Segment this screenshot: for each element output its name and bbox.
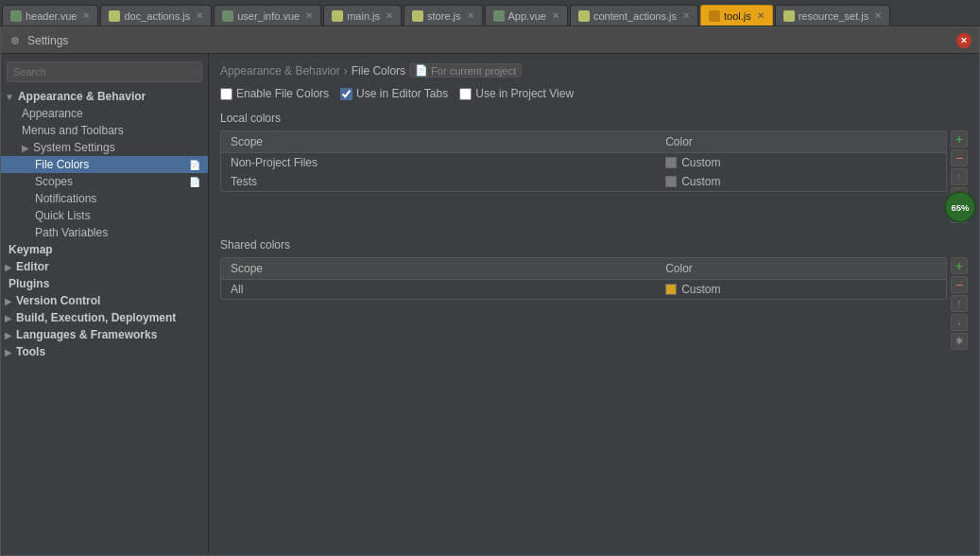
sidebar-label-appearance: Appearance (22, 107, 83, 120)
project-tag-label: For current project (431, 65, 516, 77)
options-row: Enable File Colors Use in Editor Tabs Us… (220, 87, 968, 100)
js-icon (578, 10, 590, 22)
breadcrumb: Appearance & Behavior › File Colors 📄 Fo… (220, 63, 968, 78)
tab-app-vue[interactable]: App.vue ✕ (485, 5, 568, 26)
project-tag: 📄 For current project (409, 63, 522, 78)
remove-local-color-button[interactable]: − (951, 149, 968, 166)
tab-store-js[interactable]: store.js ✕ (404, 5, 482, 26)
use-in-project-view-checkbox[interactable] (459, 88, 472, 100)
sidebar-item-appearance-behavior[interactable]: ▼ Appearance & Behavior (1, 88, 208, 105)
color-swatch-yellow (665, 284, 677, 295)
close-tab-user-info-vue[interactable]: ✕ (305, 10, 313, 21)
table-row[interactable]: All Custom (221, 280, 946, 300)
settings-icon (9, 34, 22, 47)
page-icon-scopes: 📄 (189, 177, 200, 187)
sidebar-item-scopes[interactable]: Scopes 📄 (1, 173, 208, 190)
svg-point-1 (14, 39, 17, 42)
sidebar-label-appearance-behavior: Appearance & Behavior (18, 90, 146, 103)
sidebar-item-plugins[interactable]: Plugins (1, 275, 208, 292)
sidebar-item-languages-frameworks[interactable]: ▶ Languages & Frameworks (1, 326, 208, 343)
search-input[interactable] (13, 66, 196, 78)
sidebar-item-file-colors[interactable]: File Colors 📄 (1, 156, 208, 173)
sidebar-item-version-control[interactable]: ▶ Version Control (1, 292, 208, 309)
color-cell: Custom (665, 175, 937, 188)
sidebar-item-tools[interactable]: ▶ Tools (1, 343, 208, 360)
breadcrumb-separator: › (344, 64, 348, 78)
sidebar-item-editor[interactable]: ▶ Editor (1, 258, 208, 275)
use-in-editor-tabs-option[interactable]: Use in Editor Tabs (340, 87, 448, 100)
sidebar-item-quick-lists[interactable]: Quick Lists (1, 207, 208, 224)
remove-shared-color-button[interactable]: − (951, 276, 968, 293)
local-colors-table-wrapper: Scope Color Non-Project Files (220, 130, 968, 223)
search-container[interactable] (7, 61, 202, 82)
move-up-local-button[interactable]: ↑ (951, 168, 968, 185)
sidebar-label-system-settings: System Settings (33, 141, 115, 154)
move-up-shared-button[interactable]: ↑ (951, 295, 968, 312)
js-icon (332, 10, 343, 22)
shared-scope-col-header: Scope (221, 258, 656, 280)
js-icon (412, 10, 423, 22)
close-tab-content-actions-js[interactable]: ✕ (682, 10, 690, 21)
sidebar-label-quick-lists: Quick Lists (35, 209, 91, 222)
add-local-color-button[interactable]: + (951, 130, 968, 148)
use-in-project-view-option[interactable]: Use in Project View (459, 87, 574, 100)
shared-row0-color-label: Custom (681, 283, 720, 296)
local-colors-table: Scope Color Non-Project Files (221, 131, 946, 191)
enable-file-colors-option[interactable]: Enable File Colors (220, 87, 329, 100)
local-scope-col-header: Scope (221, 131, 656, 153)
tab-resource-set-js[interactable]: resource_set.js ✕ (775, 5, 891, 26)
close-tab-tool-js[interactable]: ✕ (757, 10, 765, 21)
sidebar-item-build-execution[interactable]: ▶ Build, Execution, Deployment (1, 309, 208, 326)
close-tab-main-js[interactable]: ✕ (386, 10, 393, 21)
sidebar-label-tools: Tools (16, 345, 45, 358)
table-row[interactable]: Non-Project Files Custom (221, 153, 946, 173)
tab-tool-js[interactable]: tool.js ✕ (700, 5, 773, 26)
sidebar-item-keymap[interactable]: Keymap (1, 241, 208, 258)
sidebar-item-system-settings[interactable]: ▶ System Settings (1, 139, 208, 156)
tab-main-js[interactable]: main.js ✕ (323, 5, 402, 26)
enable-file-colors-checkbox[interactable] (220, 88, 232, 100)
shared-colors-table-container: Scope Color All (220, 257, 947, 300)
close-tab-resource-set-js[interactable]: ✕ (874, 10, 882, 21)
sidebar-item-menus-toolbars[interactable]: Menus and Toolbars (1, 122, 208, 139)
local-colors-header-row: Scope Color (221, 131, 946, 153)
sidebar-item-appearance[interactable]: Appearance (1, 105, 208, 122)
sidebar-item-notifications[interactable]: Notifications (1, 190, 208, 207)
move-down-shared-button[interactable]: ↓ (951, 314, 968, 331)
sidebar-label-keymap: Keymap (9, 243, 53, 256)
close-tab-header-vue[interactable]: ✕ (82, 10, 90, 21)
table-row[interactable]: Tests Custom (221, 172, 946, 191)
shared-colors-table-wrapper: Scope Color All (220, 257, 968, 350)
vue-icon (10, 10, 22, 22)
vue-icon (222, 10, 233, 22)
expand-arrow-editor-icon: ▶ (5, 262, 12, 272)
close-tab-store-js[interactable]: ✕ (467, 10, 474, 21)
use-in-project-view-label: Use in Project View (475, 87, 574, 100)
shared-row0-color: Custom (656, 280, 946, 300)
tab-user-info-vue[interactable]: user_info.vue ✕ (214, 5, 321, 26)
sidebar-label-menus-toolbars: Menus and Toolbars (22, 124, 124, 137)
enable-file-colors-label: Enable File Colors (236, 87, 329, 100)
use-in-editor-tabs-checkbox[interactable] (340, 88, 352, 100)
star-shared-button[interactable]: ✱ (951, 333, 968, 350)
shared-colors-actions: + − ↑ ↓ ✱ (951, 257, 968, 350)
tab-content-actions-js[interactable]: content_actions.js ✕ (570, 5, 698, 26)
local-colors-table-container: Scope Color Non-Project Files (220, 130, 947, 192)
add-shared-color-button[interactable]: + (951, 257, 968, 274)
local-colors-section: Local colors Scope Color (220, 112, 968, 223)
breadcrumb-part2: File Colors (352, 64, 405, 78)
tab-header-vue[interactable]: header.vue ✕ (2, 5, 98, 26)
expand-arrow-vc-icon: ▶ (5, 296, 12, 306)
expand-arrow-lang-icon: ▶ (5, 330, 12, 340)
js-icon (783, 10, 795, 22)
window-title: Settings (27, 34, 956, 47)
title-bar: Settings ✕ (1, 27, 979, 54)
close-tab-app-vue[interactable]: ✕ (552, 10, 559, 21)
close-tab-doc-actions-js[interactable]: ✕ (196, 10, 203, 21)
sidebar-label-notifications: Notifications (35, 192, 96, 205)
project-tag-icon: 📄 (415, 64, 428, 77)
close-window-button[interactable]: ✕ (956, 33, 971, 48)
tab-doc-actions-js[interactable]: doc_actions.js ✕ (100, 5, 212, 26)
sidebar-item-path-variables[interactable]: Path Variables (1, 224, 208, 241)
color-swatch (665, 176, 677, 187)
